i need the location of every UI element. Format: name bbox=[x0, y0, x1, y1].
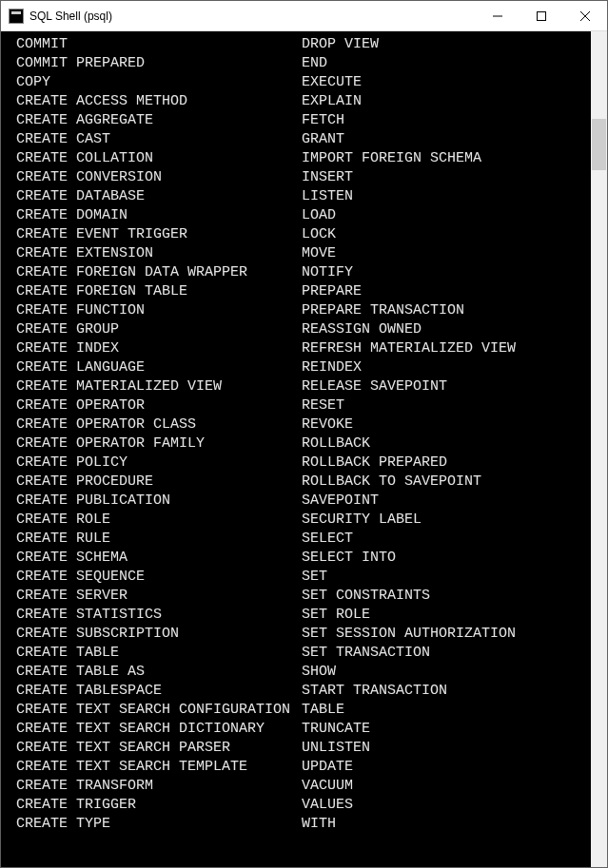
terminal-row: CREATE POLICYROLLBACK PREPARED bbox=[16, 453, 591, 473]
command-col2: INSERT bbox=[302, 168, 591, 187]
command-col2: IMPORT FOREIGN SCHEMA bbox=[302, 149, 591, 168]
command-col1: CREATE POLICY bbox=[16, 453, 302, 473]
terminal-row: CREATE EVENT TRIGGERLOCK bbox=[16, 225, 591, 244]
command-col1: CREATE STATISTICS bbox=[16, 606, 302, 625]
terminal-row: CREATE TEXT SEARCH DICTIONARYTRUNCATE bbox=[16, 720, 591, 739]
command-col2: TABLE bbox=[302, 701, 591, 720]
command-col2: SET ROLE bbox=[302, 606, 591, 625]
command-col2: PREPARE TRANSACTION bbox=[302, 301, 591, 320]
command-col2: LOCK bbox=[302, 225, 591, 244]
svg-rect-1 bbox=[538, 11, 546, 20]
command-col1: CREATE FOREIGN TABLE bbox=[16, 282, 302, 301]
command-col2: ROLLBACK TO SAVEPOINT bbox=[302, 473, 591, 492]
command-col2: SHOW bbox=[302, 663, 591, 682]
command-col1: COMMIT PREPARED bbox=[16, 54, 302, 73]
terminal-row: CREATE COLLATIONIMPORT FOREIGN SCHEMA bbox=[16, 149, 591, 168]
command-col1: CREATE EVENT TRIGGER bbox=[16, 225, 302, 244]
terminal-row: CREATE SUBSCRIPTIONSET SESSION AUTHORIZA… bbox=[16, 625, 591, 644]
command-col2: VALUES bbox=[302, 796, 591, 815]
command-col1: CREATE OPERATOR bbox=[16, 396, 302, 415]
command-col2: EXECUTE bbox=[302, 73, 591, 92]
terminal-row: CREATE INDEXREFRESH MATERIALIZED VIEW bbox=[16, 339, 591, 358]
terminal-row: CREATE PROCEDUREROLLBACK TO SAVEPOINT bbox=[16, 473, 591, 492]
terminal-row: CREATE SERVERSET CONSTRAINTS bbox=[16, 587, 591, 606]
command-col2: ROLLBACK PREPARED bbox=[302, 453, 591, 473]
close-icon bbox=[580, 11, 590, 21]
command-col1: COPY bbox=[16, 73, 302, 92]
command-col1: CREATE OPERATOR CLASS bbox=[16, 415, 302, 434]
command-col1: CREATE TEXT SEARCH DICTIONARY bbox=[16, 720, 302, 739]
command-col2: LOAD bbox=[302, 206, 591, 225]
terminal-row: COMMITDROP VIEW bbox=[16, 35, 591, 54]
command-col1: CREATE GROUP bbox=[16, 320, 302, 339]
command-col1: CREATE PROCEDURE bbox=[16, 473, 302, 492]
command-col2: REASSIGN OWNED bbox=[302, 320, 591, 339]
command-col1: CREATE TEXT SEARCH CONFIGURATION bbox=[16, 701, 302, 720]
command-col1: CREATE SCHEMA bbox=[16, 549, 302, 568]
command-col2: RELEASE SAVEPOINT bbox=[302, 377, 591, 396]
terminal-row: CREATE RULESELECT bbox=[16, 530, 591, 549]
window-title: SQL Shell (psql) bbox=[29, 10, 476, 23]
command-col1: CREATE OPERATOR FAMILY bbox=[16, 434, 302, 453]
command-col1: CREATE TEXT SEARCH TEMPLATE bbox=[16, 758, 302, 777]
command-col2: SET SESSION AUTHORIZATION bbox=[302, 625, 591, 644]
window-controls bbox=[476, 1, 607, 30]
command-col2: END bbox=[302, 54, 591, 73]
maximize-icon bbox=[537, 11, 546, 21]
command-col1: CREATE TEXT SEARCH PARSER bbox=[16, 739, 302, 758]
terminal-row: CREATE LANGUAGEREINDEX bbox=[16, 358, 591, 377]
terminal-row: CREATE TEXT SEARCH PARSERUNLISTEN bbox=[16, 739, 591, 758]
terminal-row: CREATE STATISTICSSET ROLE bbox=[16, 606, 591, 625]
terminal-row: CREATE FUNCTIONPREPARE TRANSACTION bbox=[16, 301, 591, 320]
window: SQL Shell (psql) COMMITDROP VIEWCOMMIT P… bbox=[0, 0, 608, 868]
command-col2: REVOKE bbox=[302, 415, 591, 434]
command-col1: CREATE SEQUENCE bbox=[16, 568, 302, 587]
command-col2: SELECT INTO bbox=[302, 549, 591, 568]
command-col2: TRUNCATE bbox=[302, 720, 591, 739]
command-col2: SET bbox=[302, 568, 591, 587]
command-col2: START TRANSACTION bbox=[302, 682, 591, 701]
terminal-row: CREATE MATERIALIZED VIEWRELEASE SAVEPOIN… bbox=[16, 377, 591, 396]
terminal-row: CREATE TRANSFORMVACUUM bbox=[16, 777, 591, 796]
command-col2: SELECT bbox=[302, 530, 591, 549]
terminal-row: CREATE ACCESS METHODEXPLAIN bbox=[16, 92, 591, 111]
terminal-row: CREATE DATABASELISTEN bbox=[16, 187, 591, 206]
app-icon bbox=[9, 9, 24, 24]
terminal-row: CREATE TEXT SEARCH TEMPLATEUPDATE bbox=[16, 758, 591, 777]
terminal-row: COPYEXECUTE bbox=[16, 73, 591, 92]
command-col2: SET CONSTRAINTS bbox=[302, 587, 591, 606]
command-col2: VACUUM bbox=[302, 777, 591, 796]
command-col1: CREATE TABLESPACE bbox=[16, 682, 302, 701]
command-col1: CREATE LANGUAGE bbox=[16, 358, 302, 377]
terminal-row: CREATE CONVERSIONINSERT bbox=[16, 168, 591, 187]
command-col1: CREATE PUBLICATION bbox=[16, 492, 302, 511]
command-col2: PREPARE bbox=[302, 282, 591, 301]
maximize-button[interactable] bbox=[520, 1, 563, 30]
terminal-row: CREATE TEXT SEARCH CONFIGURATIONTABLE bbox=[16, 701, 591, 720]
command-col2: RESET bbox=[302, 396, 591, 415]
close-button[interactable] bbox=[563, 1, 607, 30]
command-col1: CREATE TRANSFORM bbox=[16, 777, 302, 796]
terminal-row: CREATE FOREIGN DATA WRAPPERNOTIFY bbox=[16, 263, 591, 282]
minimize-icon bbox=[493, 11, 502, 21]
command-col1: CREATE SERVER bbox=[16, 587, 302, 606]
terminal-row: CREATE FOREIGN TABLEPREPARE bbox=[16, 282, 591, 301]
terminal-row: CREATE TABLESET TRANSACTION bbox=[16, 644, 591, 663]
terminal-row: CREATE EXTENSIONMOVE bbox=[16, 244, 591, 263]
titlebar[interactable]: SQL Shell (psql) bbox=[1, 1, 607, 31]
command-col1: CREATE INDEX bbox=[16, 339, 302, 358]
terminal-output[interactable]: COMMITDROP VIEWCOMMIT PREPAREDENDCOPYEXE… bbox=[1, 31, 591, 867]
terminal-row: CREATE OPERATORRESET bbox=[16, 396, 591, 415]
command-col2: ROLLBACK bbox=[302, 434, 591, 453]
terminal-row: CREATE OPERATOR FAMILYROLLBACK bbox=[16, 434, 591, 453]
minimize-button[interactable] bbox=[476, 1, 520, 30]
command-col1: CREATE RULE bbox=[16, 530, 302, 549]
vertical-scrollbar[interactable] bbox=[591, 31, 607, 867]
command-col2: REINDEX bbox=[302, 358, 591, 377]
scrollbar-thumb[interactable] bbox=[592, 119, 606, 170]
content: COMMITDROP VIEWCOMMIT PREPAREDENDCOPYEXE… bbox=[1, 31, 607, 867]
command-col2: FETCH bbox=[302, 111, 591, 130]
command-col1: CREATE FOREIGN DATA WRAPPER bbox=[16, 263, 302, 282]
command-col2: SECURITY LABEL bbox=[302, 511, 591, 530]
command-col1: CREATE COLLATION bbox=[16, 149, 302, 168]
